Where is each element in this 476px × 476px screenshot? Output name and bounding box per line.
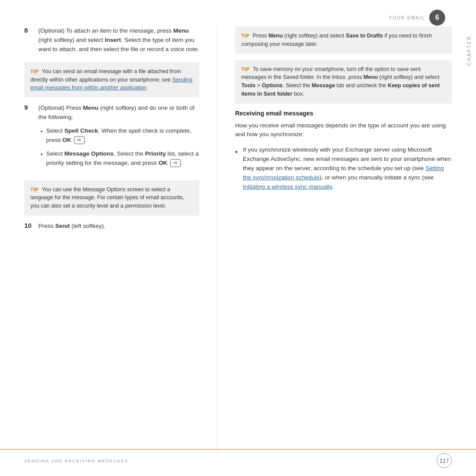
tip-label-2: TIP [30, 187, 39, 192]
tip-box-memory: TIP To save memory on your smartphone, t… [235, 60, 452, 104]
bullet-item-message-options: • Select Message Options. Select the Pri… [41, 149, 199, 168]
tip-label-save-drafts: TIP [241, 33, 249, 38]
top-header: YOUR EMAIL 6 [389, 10, 445, 26]
bullet-item-spell-check: • Select Spell Check. When the spell che… [41, 126, 199, 145]
footer-page-number: 117 [437, 453, 452, 468]
footer-label: SENDING AND RECEIVING MESSAGES [24, 458, 128, 463]
step-9: 9 (Optional) Press Menu (right softkey) … [24, 104, 199, 172]
right-bullet-dot-1: • [235, 147, 238, 192]
ok-button-icon-1: ok [74, 136, 85, 144]
bullet-list-9: • Select Spell Check. When the spell che… [38, 126, 199, 168]
receiving-email-bullets: • If you synchronize wirelessly with you… [235, 145, 452, 192]
receiving-email-section-title: Receiving email messages [235, 110, 452, 117]
step-10-number: 10 [24, 222, 33, 231]
bullet-message-options-text: Select Message Options. Select the Prior… [46, 149, 200, 168]
chapter-badge: 6 [429, 10, 445, 26]
chapter-label: YOUR EMAIL [389, 15, 425, 20]
bullet-item-wireless-sync: • If you synchronize wirelessly with you… [235, 145, 452, 192]
tip-label-memory: TIP [241, 67, 249, 72]
tip-box-save-drafts: TIP Press Menu (right softkey) and selec… [235, 26, 452, 54]
receiving-email-body: How you receive email messages depends o… [235, 121, 452, 140]
step-8: 8 (Optional) To attach an item to the me… [24, 26, 199, 54]
right-column: TIP Press Menu (right softkey) and selec… [231, 26, 452, 452]
tip-box-2: TIP You can use the Message Options scre… [24, 180, 199, 216]
step-8-number: 8 [24, 26, 33, 54]
tip-label-1: TIP [30, 69, 39, 74]
left-column: 8 (Optional) To attach an item to the me… [24, 26, 204, 452]
bullet-dot-1: • [41, 127, 43, 145]
tip-box-1: TIP You can send an email message with a… [24, 62, 199, 97]
page-footer: SENDING AND RECEIVING MESSAGES 117 [0, 449, 476, 468]
bullet-spell-check-text: Select Spell Check. When the spell check… [46, 126, 200, 145]
wireless-sync-text: If you synchronize wirelessly with your … [243, 145, 452, 192]
step-10-content: Press Send (left softkey). [38, 222, 105, 231]
step-9-number: 9 [24, 104, 33, 172]
ok-button-icon-2: ok [170, 159, 181, 167]
tip1-link[interactable]: Sending email messages from within anoth… [30, 77, 193, 91]
column-divider [217, 26, 217, 452]
step-10: 10 Press Send (left softkey). [24, 222, 199, 231]
chapter-vertical-text: CHAPTER [467, 35, 472, 66]
bullet-dot-2: • [41, 150, 43, 168]
wireless-sync-link[interactable]: Initiating a wireless sync manually [243, 183, 332, 190]
step-9-content: (Optional) Press Menu (right softkey) an… [38, 104, 199, 172]
sync-schedule-link[interactable]: Setting the synchronization schedule [243, 165, 444, 181]
main-content: 8 (Optional) To attach an item to the me… [24, 26, 452, 452]
step-8-content: (Optional) To attach an item to the mess… [38, 26, 199, 54]
